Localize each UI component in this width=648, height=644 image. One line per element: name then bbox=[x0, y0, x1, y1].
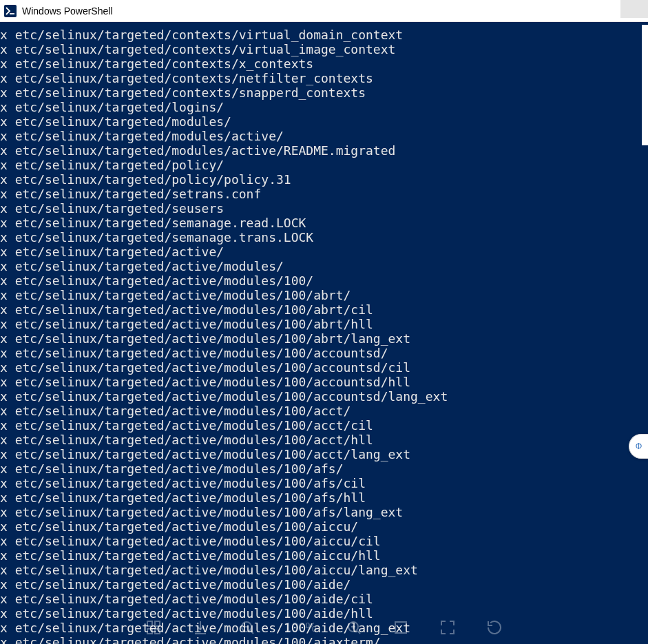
terminal-output-line: x etc/selinux/targeted/semanage.trans.LO… bbox=[0, 230, 648, 245]
terminal-output-line: x etc/selinux/targeted/setrans.conf bbox=[0, 187, 648, 201]
terminal-output-line: x etc/selinux/targeted/active/modules/10… bbox=[0, 331, 648, 346]
powershell-icon bbox=[4, 5, 17, 17]
terminal-output-line: x etc/selinux/targeted/active/modules/10… bbox=[0, 273, 648, 288]
terminal-output-line: x etc/selinux/targeted/active/modules/10… bbox=[0, 346, 648, 360]
terminal-output-line: x etc/selinux/targeted/contexts/snapperd… bbox=[0, 85, 648, 100]
terminal-output-line: x etc/selinux/targeted/modules/active/RE… bbox=[0, 143, 648, 158]
terminal-output-line: x etc/selinux/targeted/semanage.read.LOC… bbox=[0, 216, 648, 230]
terminal-output-line: x etc/selinux/targeted/active/modules/10… bbox=[0, 317, 648, 331]
terminal-output-line: x etc/selinux/targeted/active/modules/10… bbox=[0, 302, 648, 317]
terminal-output-line: x etc/selinux/targeted/active/modules/ bbox=[0, 259, 648, 273]
terminal-output-line: x etc/selinux/targeted/active/modules/10… bbox=[0, 635, 648, 644]
terminal-output-line: x etc/selinux/targeted/contexts/virtual_… bbox=[0, 28, 648, 42]
terminal-output-line: x etc/selinux/targeted/active/modules/10… bbox=[0, 447, 648, 461]
terminal-output-line: x etc/selinux/targeted/active/modules/10… bbox=[0, 490, 648, 505]
terminal-output-line: x etc/selinux/targeted/contexts/netfilte… bbox=[0, 71, 648, 85]
terminal-output-line: x etc/selinux/targeted/active/modules/10… bbox=[0, 534, 648, 548]
right-gutter bbox=[642, 25, 648, 145]
window-titlebar[interactable]: Windows PowerShell bbox=[0, 0, 648, 22]
terminal-output-line: x etc/selinux/targeted/active/modules/10… bbox=[0, 418, 648, 433]
terminal-output-line: x etc/selinux/targeted/active/modules/10… bbox=[0, 563, 648, 577]
terminal-output-line: x etc/selinux/targeted/active/modules/10… bbox=[0, 360, 648, 375]
terminal-output-line: x etc/selinux/targeted/active/modules/10… bbox=[0, 577, 648, 592]
floating-badge[interactable]: Φ bbox=[629, 434, 648, 459]
window-control-button[interactable] bbox=[620, 0, 648, 18]
terminal-output-line: x etc/selinux/targeted/policy/ bbox=[0, 158, 648, 172]
terminal-output-line: x etc/selinux/targeted/active/modules/10… bbox=[0, 433, 648, 447]
terminal-output-line: x etc/selinux/targeted/contexts/x_contex… bbox=[0, 56, 648, 71]
terminal-output-line: x etc/selinux/targeted/contexts/virtual_… bbox=[0, 42, 648, 56]
terminal-output-line: x etc/selinux/targeted/active/modules/10… bbox=[0, 505, 648, 519]
terminal-output-line: x etc/selinux/targeted/active/modules/10… bbox=[0, 621, 648, 635]
terminal-output-line: x etc/selinux/targeted/active/ bbox=[0, 245, 648, 259]
terminal-viewport[interactable]: x etc/selinux/targeted/contexts/virtual_… bbox=[0, 22, 648, 644]
terminal-output-line: x etc/selinux/targeted/modules/active/ bbox=[0, 129, 648, 143]
terminal-output-line: x etc/selinux/targeted/active/modules/10… bbox=[0, 592, 648, 606]
terminal-output-line: x etc/selinux/targeted/active/modules/10… bbox=[0, 548, 648, 563]
terminal-output-line: x etc/selinux/targeted/active/modules/10… bbox=[0, 288, 648, 302]
terminal-output-line: x etc/selinux/targeted/active/modules/10… bbox=[0, 461, 648, 476]
window-title: Windows PowerShell bbox=[22, 6, 113, 17]
terminal-output-line: x etc/selinux/targeted/active/modules/10… bbox=[0, 519, 648, 534]
terminal-output-line: x etc/selinux/targeted/active/modules/10… bbox=[0, 389, 648, 404]
terminal-output-line: x etc/selinux/targeted/active/modules/10… bbox=[0, 606, 648, 621]
terminal-output-line: x etc/selinux/targeted/active/modules/10… bbox=[0, 476, 648, 490]
terminal-output-line: x etc/selinux/targeted/modules/ bbox=[0, 114, 648, 129]
terminal-output-line: x etc/selinux/targeted/active/modules/10… bbox=[0, 375, 648, 389]
terminal-output-line: x etc/selinux/targeted/seusers bbox=[0, 201, 648, 216]
terminal-output-line: x etc/selinux/targeted/policy/policy.31 bbox=[0, 172, 648, 187]
terminal-output-line: x etc/selinux/targeted/active/modules/10… bbox=[0, 404, 648, 418]
terminal-output-line: x etc/selinux/targeted/logins/ bbox=[0, 100, 648, 114]
floating-badge-label: Φ bbox=[636, 442, 642, 451]
